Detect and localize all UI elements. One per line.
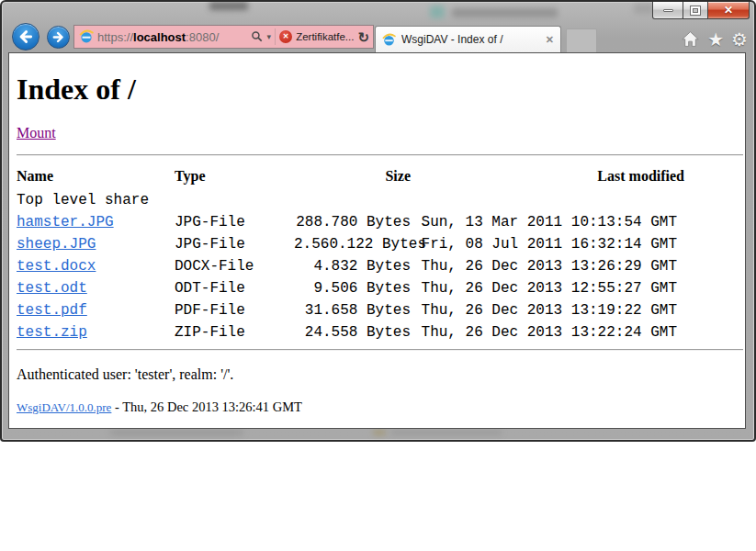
browser-tab[interactable]: WsgiDAV - Index of / ✕ bbox=[375, 26, 561, 52]
table-header-row: Name Type Size Last modified bbox=[17, 168, 684, 189]
tab-title: WsgiDAV - Index of / bbox=[401, 33, 540, 46]
file-size: 288.780 Bytes bbox=[294, 211, 411, 233]
file-type: JPG-File bbox=[175, 233, 294, 255]
file-type: DOCX-File bbox=[175, 255, 294, 277]
file-size: 2.560.122 Bytes bbox=[294, 233, 411, 255]
glass-reflection bbox=[452, 8, 558, 17]
table-row: sheep.JPG JPG-File 2.560.122 Bytes Fri, … bbox=[17, 233, 684, 255]
mount-link[interactable]: Mount bbox=[17, 125, 56, 141]
browser-window: ✕ https://localhost:8080/ bbox=[0, 0, 756, 442]
file-type: JPG-File bbox=[175, 211, 294, 233]
file-modified: Thu, 26 Dec 2013 13:26:29 GMT bbox=[411, 255, 684, 277]
arrow-right-icon bbox=[51, 30, 65, 44]
divider bbox=[17, 154, 743, 156]
table-row: test.zip ZIP-File 24.558 Bytes Thu, 26 D… bbox=[17, 321, 684, 343]
table-row: test.docx DOCX-File 4.832 Bytes Thu, 26 … bbox=[17, 255, 684, 277]
file-modified: Fri, 08 Jul 2011 16:32:14 GMT bbox=[411, 233, 684, 255]
close-icon: ✕ bbox=[724, 5, 733, 16]
minimize-icon bbox=[663, 9, 673, 12]
file-size: 31.658 Bytes bbox=[294, 299, 411, 321]
window-controls: ✕ bbox=[653, 2, 750, 19]
file-link[interactable]: test.odt bbox=[17, 280, 87, 297]
column-header-size: Size bbox=[294, 168, 411, 189]
page-footer: WsgiDAV/1.0.0.pre - Thu, 26 Dec 2013 13:… bbox=[17, 399, 738, 415]
settings-gear-icon[interactable]: ⚙ bbox=[731, 30, 748, 49]
favorites-star-icon[interactable]: ★ bbox=[707, 30, 724, 49]
table-row: Top level share bbox=[17, 189, 684, 211]
close-button[interactable]: ✕ bbox=[707, 2, 750, 19]
tab-close-icon[interactable]: ✕ bbox=[546, 35, 554, 45]
arrow-left-icon bbox=[17, 28, 34, 45]
file-type: PDF-File bbox=[175, 299, 294, 321]
column-header-type: Type bbox=[175, 168, 294, 189]
refresh-icon[interactable]: ↻ bbox=[357, 30, 369, 44]
authenticated-user-line: Authenticated user: 'tester', realm: '/'… bbox=[17, 366, 738, 383]
file-link[interactable]: test.zip bbox=[17, 324, 87, 341]
file-listing-table: Name Type Size Last modified Top level s… bbox=[17, 168, 684, 343]
url-text[interactable]: https://localhost:8080/ bbox=[97, 30, 219, 44]
wsgidav-version-link[interactable]: WsgiDAV/1.0.0.pre bbox=[17, 400, 111, 414]
ie-logo-icon bbox=[79, 29, 94, 44]
file-modified: Thu, 26 Dec 2013 12:55:27 GMT bbox=[411, 277, 684, 299]
table-row: hamster.JPG JPG-File 288.780 Bytes Sun, … bbox=[17, 211, 684, 233]
search-icon[interactable] bbox=[251, 30, 264, 43]
file-size: 9.506 Bytes bbox=[294, 277, 411, 299]
maximize-icon bbox=[691, 6, 700, 15]
forward-button[interactable] bbox=[47, 26, 70, 49]
glass-reflection bbox=[209, 2, 248, 10]
file-link[interactable]: sheep.JPG bbox=[17, 236, 96, 253]
certificate-error-button[interactable]: Zertifikatfe... bbox=[296, 31, 354, 42]
new-tab-button[interactable] bbox=[566, 28, 597, 52]
file-size: 4.832 Bytes bbox=[294, 255, 411, 277]
file-size: 24.558 Bytes bbox=[294, 321, 411, 343]
home-icon[interactable] bbox=[681, 29, 700, 49]
glass-reflection bbox=[391, 430, 502, 435]
background bbox=[0, 442, 756, 551]
divider bbox=[275, 28, 276, 45]
glass-reflection bbox=[634, 4, 654, 14]
minimize-button[interactable] bbox=[652, 2, 683, 19]
share-label: Top level share bbox=[17, 189, 684, 211]
file-modified: Thu, 26 Dec 2013 13:19:22 GMT bbox=[411, 299, 684, 321]
file-modified: Thu, 26 Dec 2013 13:22:24 GMT bbox=[411, 321, 684, 343]
page-title: Index of / bbox=[17, 73, 738, 107]
address-bar[interactable]: https://localhost:8080/ ▾ ✕ Zertifikatfe… bbox=[73, 25, 374, 49]
table-row: test.odt ODT-File 9.506 Bytes Thu, 26 De… bbox=[17, 277, 684, 299]
footer-timestamp: - Thu, 26 Dec 2013 13:26:41 GMT bbox=[115, 399, 302, 414]
file-type: ODT-File bbox=[175, 277, 294, 299]
glass-reflection bbox=[430, 6, 445, 18]
file-link[interactable]: hamster.JPG bbox=[17, 214, 114, 231]
certificate-error-icon: ✕ bbox=[279, 30, 292, 43]
file-link[interactable]: test.pdf bbox=[17, 302, 87, 319]
search-dropdown-caret-icon[interactable]: ▾ bbox=[267, 33, 272, 41]
column-header-modified: Last modified bbox=[411, 168, 684, 189]
glass-reflection bbox=[373, 430, 386, 435]
table-row: test.pdf PDF-File 31.658 Bytes Thu, 26 D… bbox=[17, 299, 684, 321]
maximize-button[interactable] bbox=[683, 2, 708, 19]
screen: ✕ https://localhost:8080/ bbox=[0, 0, 756, 551]
url-port-path: :8080/ bbox=[186, 30, 219, 44]
back-button[interactable] bbox=[12, 23, 39, 51]
page-viewport: Index of / Mount Name Type Size Last mod… bbox=[8, 52, 746, 429]
file-type: ZIP-File bbox=[175, 321, 294, 343]
glass-reflection bbox=[110, 430, 243, 435]
file-modified: Sun, 13 Mar 2011 10:13:54 GMT bbox=[411, 211, 684, 233]
divider bbox=[17, 349, 743, 351]
ie-logo-icon bbox=[382, 33, 396, 47]
file-link[interactable]: test.docx bbox=[17, 258, 96, 275]
browser-toolbar: ★ ⚙ bbox=[681, 27, 748, 51]
column-header-name: Name bbox=[17, 168, 175, 189]
url-host: localhost bbox=[133, 30, 186, 44]
url-scheme: https:// bbox=[97, 30, 133, 44]
